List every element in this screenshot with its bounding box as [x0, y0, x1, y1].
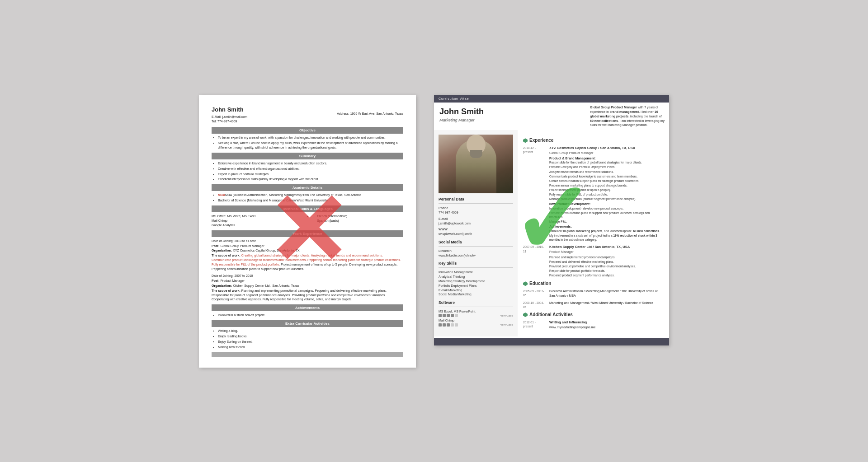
- linkedin-label: LinkedIn: [439, 249, 513, 253]
- objective-list: To be an expert in my area of work, with…: [212, 135, 403, 149]
- personal-data-title: Personal Data: [439, 197, 513, 204]
- phone-value: 774-987-4009: [439, 210, 513, 215]
- academic-item-1: MBAMBA (Business Administration, Marketi…: [218, 193, 403, 197]
- summary-item-2: Creative with effective and efficient or…: [218, 167, 403, 171]
- skills-col-2: French (intermediate) Spanish (basic): [317, 214, 403, 227]
- lang-1: French (intermediate): [317, 214, 403, 219]
- software-title: Software: [439, 300, 513, 307]
- summary-list: Extensive experience in brand management…: [212, 161, 403, 182]
- work1-scope: The scope of work: Creating global brand…: [212, 253, 403, 271]
- phone-label: Phone: [439, 206, 513, 210]
- extra-2: Enjoy reading books.: [218, 334, 403, 339]
- achievements-header: Achievements: [212, 304, 403, 311]
- academic-list: MBAMBA (Business Administration, Marketi…: [212, 193, 403, 203]
- education-title: Education: [523, 280, 664, 287]
- key-skills-title: Key Skills: [439, 261, 513, 268]
- software-bar-1: [439, 314, 458, 317]
- skill-1: MS Office: MS Word, MS Excel: [212, 214, 298, 219]
- work2-org: Organization: Kitchen Supply Center Ltd.…: [212, 284, 403, 288]
- achievement-1: Involved in a stock sell-off project.: [218, 313, 403, 317]
- additional-entry-1: 2012-01 - present Writing and Influencin…: [523, 320, 664, 329]
- right-name: John Smith: [439, 106, 580, 117]
- email-label: E-mail: [439, 217, 513, 221]
- software-item-2: Mail Chimp Very Good: [439, 318, 513, 327]
- right-column: Experience 2010-12 - present XYZ Cosmeti…: [518, 130, 669, 336]
- resume-bad: ✕ John Smith E-Mail: j.smith@mail.com Te…: [199, 95, 416, 368]
- achievements-list: Involved in a stock sell-off project.: [212, 313, 403, 317]
- left-address: Address: 1905 W East Ave, San Antonio, T…: [337, 112, 403, 116]
- www-value: cv.uptowork.com/j.smith: [439, 232, 513, 236]
- footer-bar-left: [212, 352, 403, 357]
- extra-4: Making new friends.: [218, 345, 403, 350]
- extra-1: Writing a blog.: [218, 329, 403, 333]
- skill-3: Google Analytics: [212, 223, 298, 228]
- work2-date: Date of Joining: 2007 to 2010: [212, 274, 403, 278]
- work2-scope: The scope of work: Planning and implemen…: [212, 289, 403, 302]
- summary-item-4: Excellent interpersonal skills quickly d…: [218, 177, 403, 182]
- software-level-1: Very Good: [500, 314, 513, 317]
- software-item-1: MS Excel, MS PowerPoint Very Good: [439, 309, 513, 317]
- summary-item-1: Extensive experience in brand management…: [218, 161, 403, 166]
- work1-org: Organization: XYZ Cosmetics Capital Grou…: [212, 248, 403, 253]
- social-media-title: Social Media: [439, 240, 513, 247]
- skill-2: Mail Chimp: [212, 219, 298, 223]
- email-value: j.smith@uptowork.com: [439, 221, 513, 226]
- work-experience-header: Work Experience: [212, 230, 403, 237]
- resume-good: ✓ Curriculum Vitae John Smith Marketing …: [434, 95, 669, 346]
- profile-photo: [439, 135, 513, 193]
- summary-item-3: Expert in product portfolio strategies.: [218, 172, 403, 177]
- skill-item-1: Innovation Management: [439, 270, 513, 275]
- software-level-2: Very Good: [500, 323, 513, 327]
- www-label: WWW: [439, 227, 513, 232]
- objective-item-2: Seeking a role, where I will be able to …: [218, 141, 403, 150]
- extra-list: Writing a blog. Enjoy reading books. Enj…: [212, 329, 403, 349]
- technical-header: Technical Skills & Languages: [212, 205, 403, 212]
- work1-post: Post: Global Group Product Manager: [212, 244, 403, 248]
- right-job-title: Marketing Manager: [439, 117, 580, 123]
- main-layout: Personal Data Phone 774-987-4009 E-mail …: [434, 130, 669, 336]
- exp-entry-2: 2007-09 - 2010-11 Kitchen Supply Center …: [523, 245, 664, 278]
- software-bar-2: [439, 323, 458, 327]
- work1-date: Date of Joining: 2010 to till date: [212, 239, 403, 243]
- skills-col-1: MS Office: MS Word, MS Excel Mail Chimp …: [212, 214, 298, 227]
- academic-header: Academic Details: [212, 184, 403, 191]
- skill-item-6: Social Media Marketing: [439, 292, 513, 297]
- linkedin-value: www.linkedin.com/johnutw: [439, 253, 513, 258]
- objective-item-1: To be an expert in my area of work, with…: [218, 135, 403, 140]
- skill-item-4: Portfolio Deployment Plans: [439, 284, 513, 288]
- summary-text: Global Group Product Manager with 7 year…: [590, 106, 665, 126]
- edu-entry-1: 2005-09 - 2007-05 Business Administratio…: [523, 289, 664, 298]
- objective-header: Objective: [212, 127, 403, 134]
- skill-item-3: Marketing Strategy Development: [439, 279, 513, 284]
- left-tel: Tel: 774-987-4009: [212, 119, 403, 124]
- footer-bar-right: [434, 338, 669, 345]
- additional-title: Additional Activities: [523, 312, 664, 318]
- work2-post: Post: Product Manager: [212, 279, 403, 283]
- extra-header: Extra Curricular Activities: [212, 320, 403, 327]
- skills-table: MS Office: MS Word, MS Excel Mail Chimp …: [212, 214, 403, 227]
- work-entry-2: Date of Joining: 2007 to 2010 Post: Prod…: [212, 274, 403, 302]
- lang-2: Spanish (basic): [317, 219, 403, 223]
- skill-item-2: Analytical Thinking: [439, 275, 513, 279]
- skill-item-5: E-mail Marketing: [439, 288, 513, 293]
- exp-entry-1: 2010-12 - present XYZ Cosmetics Capital …: [523, 146, 664, 242]
- left-column: Personal Data Phone 774-987-4009 E-mail …: [434, 130, 518, 336]
- summary-header: Summary: [212, 153, 403, 159]
- work-entry-1: Date of Joining: 2010 to till date Post:…: [212, 239, 403, 271]
- edu-entry-2: 2000-10 - 2004-05 Marketing and Manageme…: [523, 301, 664, 309]
- extra-3: Enjoy Surfing on the net.: [218, 340, 403, 344]
- academic-item-2: Bachelor of Science (Marketing and Manag…: [218, 198, 403, 203]
- cv-label: Curriculum Vitae: [434, 95, 669, 103]
- experience-title: Experience: [523, 137, 664, 144]
